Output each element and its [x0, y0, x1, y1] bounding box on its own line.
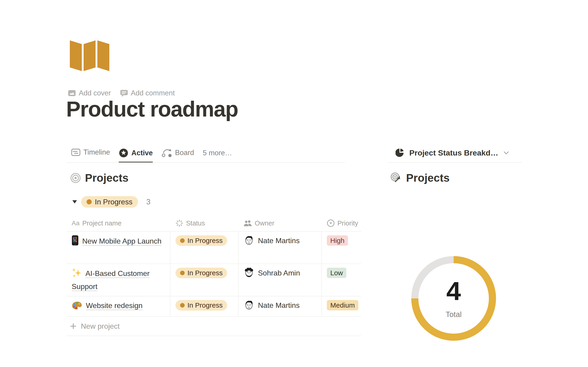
table-row: New Mobile App Launch In Progress — [67, 231, 361, 264]
table-row: AI-Based Customer Support In Progress — [67, 264, 361, 296]
priority-badge[interactable]: High — [327, 235, 348, 246]
priority-cell: High — [322, 232, 361, 264]
project-link[interactable]: Website redesign — [86, 301, 143, 310]
plus-icon — [70, 323, 77, 330]
pie-chart-icon — [396, 148, 405, 157]
projects-section-heading: Projects — [70, 172, 128, 184]
donut-center: 4 Total — [411, 256, 496, 341]
column-label: Project name — [82, 219, 121, 227]
owner-cell[interactable]: Nate Martins — [239, 296, 322, 316]
new-project-button[interactable]: New project — [67, 316, 361, 336]
text-type-icon: Aa — [72, 219, 79, 227]
group-count: 3 — [146, 198, 150, 206]
priority-circle-icon — [327, 219, 335, 227]
status-cell: In Progress — [170, 264, 239, 296]
owner-cell[interactable]: Nate Martins — [239, 232, 322, 264]
tab-timeline-label: Timeline — [83, 148, 110, 156]
status-pill[interactable]: In Progress — [175, 235, 227, 246]
projects-section-title: Projects — [85, 172, 128, 184]
chart-block-header[interactable]: Project Status Breakd… — [396, 148, 510, 157]
column-header-owner[interactable]: Owner — [239, 215, 322, 231]
bullseye-icon — [70, 173, 81, 183]
tab-more-label: 5 more… — [203, 149, 232, 157]
people-icon — [244, 220, 252, 227]
status-dot — [86, 199, 92, 204]
add-cover-button[interactable]: Add cover — [68, 89, 111, 97]
column-header-project-name[interactable]: Aa Project name — [67, 215, 170, 231]
chart-projects-title: Projects — [406, 172, 450, 184]
mobile-phone-emoji — [72, 235, 78, 249]
status-dot — [180, 238, 185, 243]
comment-icon — [120, 90, 128, 97]
group-status-label: In Progress — [95, 198, 132, 206]
add-comment-button[interactable]: Add comment — [120, 89, 175, 97]
owner-cell[interactable]: Sohrab Amin — [239, 264, 322, 296]
status-burst-icon — [175, 219, 183, 227]
project-name-cell: AI-Based Customer Support — [67, 264, 170, 296]
status-pill[interactable]: In Progress — [175, 300, 227, 311]
column-header-priority[interactable]: Priority — [322, 215, 361, 231]
project-link[interactable]: AI-Based Customer Support — [72, 269, 149, 291]
collapse-triangle-icon[interactable] — [72, 200, 78, 204]
priority-badge[interactable]: Low — [327, 268, 346, 278]
new-project-label: New project — [81, 322, 120, 331]
project-name-cell: New Mobile App Launch — [67, 232, 170, 264]
avatar-nate-martins — [244, 235, 254, 247]
donut-total-label: Total — [446, 310, 462, 319]
owner-name: Nate Martins — [258, 235, 300, 246]
tab-more[interactable]: 5 more… — [203, 148, 232, 162]
status-dot — [180, 303, 185, 308]
owner-name: Sohrab Amin — [258, 268, 300, 278]
map-icon — [70, 39, 109, 72]
chart-projects-heading[interactable]: Projects — [390, 172, 450, 184]
status-label: In Progress — [187, 301, 223, 309]
status-label: In Progress — [187, 237, 223, 244]
column-label: Owner — [255, 219, 274, 227]
page-actions: Add cover Add comment — [68, 89, 175, 97]
projects-table: Aa Project name Status Owner — [67, 215, 361, 336]
tabs-divider — [67, 162, 345, 163]
page-icon-map[interactable] — [70, 39, 109, 72]
group-row: In Progress 3 — [72, 196, 150, 208]
timeline-icon — [71, 148, 80, 156]
chart-panel-divider — [388, 162, 522, 163]
star-badge-icon — [119, 148, 128, 158]
project-name-cell: Website redesign — [67, 296, 170, 316]
chart-block-title: Project Status Breakd… — [409, 148, 498, 157]
tab-active[interactable]: Active — [119, 148, 153, 163]
priority-cell: Low — [322, 264, 361, 296]
status-label: In Progress — [187, 269, 223, 277]
add-comment-label: Add comment — [131, 89, 175, 97]
avatar-sohrab-amin — [244, 267, 254, 280]
palette-emoji — [72, 301, 82, 313]
project-link[interactable]: New Mobile App Launch — [82, 237, 162, 245]
status-cell: In Progress — [170, 232, 239, 264]
owner-name: Nate Martins — [258, 300, 300, 311]
status-dot — [180, 271, 185, 275]
target-arrow-icon — [390, 172, 402, 184]
column-label: Status — [186, 219, 205, 227]
table-row: Website redesign In Progress — [67, 296, 361, 316]
tab-board-label: Board — [175, 149, 194, 157]
table-header: Aa Project name Status Owner — [67, 215, 361, 231]
image-icon — [68, 90, 76, 97]
column-label: Priority — [337, 219, 358, 227]
priority-badge[interactable]: Medium — [327, 300, 358, 310]
group-status-pill[interactable]: In Progress — [81, 196, 138, 208]
tab-board[interactable]: Board — [162, 148, 194, 162]
add-cover-label: Add cover — [79, 89, 111, 97]
status-cell: In Progress — [170, 296, 239, 316]
chevron-down-icon[interactable] — [503, 150, 510, 156]
status-pill[interactable]: In Progress — [175, 268, 227, 278]
donut-chart: 4 Total — [411, 256, 496, 341]
view-tabs: Timeline Active Board 5 more… — [71, 148, 232, 163]
priority-cell: Medium — [322, 296, 361, 316]
board-icon — [162, 148, 172, 157]
tab-active-label: Active — [131, 149, 153, 157]
tab-timeline[interactable]: Timeline — [71, 148, 110, 161]
page-title[interactable]: Product roadmap — [66, 96, 238, 122]
avatar-nate-martins — [244, 300, 254, 312]
column-header-status[interactable]: Status — [170, 215, 239, 231]
sparkles-emoji — [72, 268, 82, 281]
donut-total-value: 4 — [446, 278, 461, 304]
